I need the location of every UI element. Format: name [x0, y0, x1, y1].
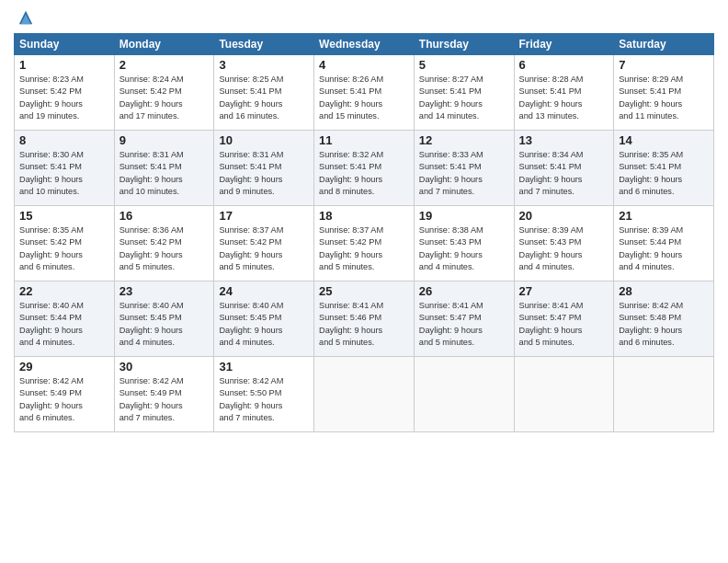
day-info: Sunrise: 8:25 AM Sunset: 5:41 PM Dayligh…: [219, 74, 309, 122]
calendar-cell: 13Sunrise: 8:34 AM Sunset: 5:41 PM Dayli…: [514, 131, 614, 206]
day-number: 25: [319, 284, 409, 298]
calendar-header-saturday: Saturday: [614, 34, 714, 55]
day-number: 28: [619, 284, 709, 298]
calendar-cell: 4Sunrise: 8:26 AM Sunset: 5:41 PM Daylig…: [314, 55, 415, 131]
day-info: Sunrise: 8:35 AM Sunset: 5:42 PM Dayligh…: [19, 224, 109, 273]
day-number: 13: [519, 133, 609, 147]
calendar-header-wednesday: Wednesday: [314, 34, 415, 55]
day-number: 9: [119, 133, 210, 147]
day-info: Sunrise: 8:29 AM Sunset: 5:41 PM Dayligh…: [619, 74, 709, 122]
day-number: 15: [19, 209, 109, 223]
day-info: Sunrise: 8:32 AM Sunset: 5:41 PM Dayligh…: [319, 149, 409, 198]
day-number: 2: [119, 58, 210, 72]
day-number: 29: [19, 360, 109, 373]
day-info: Sunrise: 8:42 AM Sunset: 5:49 PM Dayligh…: [19, 375, 109, 424]
day-info: Sunrise: 8:39 AM Sunset: 5:43 PM Dayligh…: [519, 224, 609, 273]
page: SundayMondayTuesdayWednesdayThursdayFrid…: [0, 0, 728, 563]
day-number: 10: [219, 133, 309, 147]
calendar-week-row: 22Sunrise: 8:40 AM Sunset: 5:44 PM Dayli…: [15, 282, 714, 357]
day-info: Sunrise: 8:42 AM Sunset: 5:50 PM Dayligh…: [219, 375, 309, 424]
day-info: Sunrise: 8:42 AM Sunset: 5:49 PM Dayligh…: [119, 375, 210, 424]
calendar-cell: 21Sunrise: 8:39 AM Sunset: 5:44 PM Dayli…: [614, 206, 714, 282]
day-number: 11: [319, 133, 409, 147]
calendar-header-thursday: Thursday: [414, 34, 514, 55]
day-info: Sunrise: 8:27 AM Sunset: 5:41 PM Dayligh…: [419, 74, 509, 122]
calendar-cell: 5Sunrise: 8:27 AM Sunset: 5:41 PM Daylig…: [414, 55, 514, 131]
day-info: Sunrise: 8:41 AM Sunset: 5:47 PM Dayligh…: [419, 300, 509, 349]
calendar-cell: 14Sunrise: 8:35 AM Sunset: 5:41 PM Dayli…: [614, 131, 714, 206]
calendar-week-row: 8Sunrise: 8:30 AM Sunset: 5:41 PM Daylig…: [15, 131, 714, 206]
calendar-week-row: 29Sunrise: 8:42 AM Sunset: 5:49 PM Dayli…: [15, 357, 714, 432]
day-info: Sunrise: 8:35 AM Sunset: 5:41 PM Dayligh…: [619, 149, 709, 198]
calendar-cell: 6Sunrise: 8:28 AM Sunset: 5:41 PM Daylig…: [514, 55, 614, 131]
calendar-header-friday: Friday: [514, 34, 614, 55]
day-info: Sunrise: 8:41 AM Sunset: 5:47 PM Dayligh…: [519, 300, 609, 349]
day-number: 26: [419, 284, 509, 298]
calendar-cell: 3Sunrise: 8:25 AM Sunset: 5:41 PM Daylig…: [214, 55, 314, 131]
day-info: Sunrise: 8:28 AM Sunset: 5:41 PM Dayligh…: [519, 74, 609, 122]
calendar-cell: 25Sunrise: 8:41 AM Sunset: 5:46 PM Dayli…: [314, 282, 415, 357]
day-number: 18: [319, 209, 409, 223]
calendar-cell: [614, 357, 714, 432]
day-number: 4: [319, 58, 409, 72]
day-info: Sunrise: 8:30 AM Sunset: 5:41 PM Dayligh…: [19, 149, 109, 198]
calendar-cell: 10Sunrise: 8:31 AM Sunset: 5:41 PM Dayli…: [214, 131, 314, 206]
calendar-cell: 19Sunrise: 8:38 AM Sunset: 5:43 PM Dayli…: [414, 206, 514, 282]
day-number: 24: [219, 284, 309, 298]
day-info: Sunrise: 8:40 AM Sunset: 5:44 PM Dayligh…: [19, 300, 109, 349]
calendar-cell: 1Sunrise: 8:23 AM Sunset: 5:42 PM Daylig…: [15, 55, 115, 131]
calendar-cell: 8Sunrise: 8:30 AM Sunset: 5:41 PM Daylig…: [15, 131, 115, 206]
day-number: 19: [419, 209, 509, 223]
day-info: Sunrise: 8:24 AM Sunset: 5:42 PM Dayligh…: [119, 74, 210, 122]
calendar-cell: 18Sunrise: 8:37 AM Sunset: 5:42 PM Dayli…: [314, 206, 415, 282]
calendar-cell: 27Sunrise: 8:41 AM Sunset: 5:47 PM Dayli…: [514, 282, 614, 357]
day-number: 17: [219, 209, 309, 223]
header: [14, 9, 714, 26]
day-info: Sunrise: 8:31 AM Sunset: 5:41 PM Dayligh…: [119, 149, 210, 198]
calendar-cell: 28Sunrise: 8:42 AM Sunset: 5:48 PM Dayli…: [614, 282, 714, 357]
calendar-header-monday: Monday: [114, 34, 214, 55]
day-info: Sunrise: 8:36 AM Sunset: 5:42 PM Dayligh…: [119, 224, 210, 273]
day-info: Sunrise: 8:39 AM Sunset: 5:44 PM Dayligh…: [619, 224, 709, 273]
day-info: Sunrise: 8:42 AM Sunset: 5:48 PM Dayligh…: [619, 300, 709, 349]
day-number: 22: [19, 284, 109, 298]
day-info: Sunrise: 8:37 AM Sunset: 5:42 PM Dayligh…: [319, 224, 409, 273]
calendar-cell: 2Sunrise: 8:24 AM Sunset: 5:42 PM Daylig…: [114, 55, 214, 131]
day-number: 6: [519, 58, 609, 72]
calendar-cell: [414, 357, 514, 432]
day-info: Sunrise: 8:40 AM Sunset: 5:45 PM Dayligh…: [119, 300, 210, 349]
calendar-cell: 20Sunrise: 8:39 AM Sunset: 5:43 PM Dayli…: [514, 206, 614, 282]
calendar-header-row: SundayMondayTuesdayWednesdayThursdayFrid…: [15, 34, 714, 55]
day-number: 12: [419, 133, 509, 147]
calendar-cell: 15Sunrise: 8:35 AM Sunset: 5:42 PM Dayli…: [15, 206, 115, 282]
day-number: 14: [619, 133, 709, 147]
calendar-cell: 12Sunrise: 8:33 AM Sunset: 5:41 PM Dayli…: [414, 131, 514, 206]
calendar-cell: 29Sunrise: 8:42 AM Sunset: 5:49 PM Dayli…: [15, 357, 115, 432]
day-info: Sunrise: 8:37 AM Sunset: 5:42 PM Dayligh…: [219, 224, 309, 273]
calendar-cell: 7Sunrise: 8:29 AM Sunset: 5:41 PM Daylig…: [614, 55, 714, 131]
logo-icon: [17, 9, 34, 26]
day-number: 20: [519, 209, 609, 223]
day-info: Sunrise: 8:31 AM Sunset: 5:41 PM Dayligh…: [219, 149, 309, 198]
calendar-table: SundayMondayTuesdayWednesdayThursdayFrid…: [14, 33, 714, 432]
calendar-header-sunday: Sunday: [15, 34, 115, 55]
day-number: 8: [19, 133, 109, 147]
day-number: 1: [19, 58, 109, 72]
calendar-week-row: 1Sunrise: 8:23 AM Sunset: 5:42 PM Daylig…: [15, 55, 714, 131]
day-number: 3: [219, 58, 309, 72]
day-info: Sunrise: 8:23 AM Sunset: 5:42 PM Dayligh…: [19, 74, 109, 122]
day-number: 27: [519, 284, 609, 298]
day-number: 16: [119, 209, 210, 223]
day-number: 23: [119, 284, 210, 298]
day-info: Sunrise: 8:38 AM Sunset: 5:43 PM Dayligh…: [419, 224, 509, 273]
day-number: 31: [219, 360, 309, 373]
calendar-cell: 16Sunrise: 8:36 AM Sunset: 5:42 PM Dayli…: [114, 206, 214, 282]
day-info: Sunrise: 8:41 AM Sunset: 5:46 PM Dayligh…: [319, 300, 409, 349]
logo: [14, 9, 34, 26]
calendar-week-row: 15Sunrise: 8:35 AM Sunset: 5:42 PM Dayli…: [15, 206, 714, 282]
calendar-header-tuesday: Tuesday: [214, 34, 314, 55]
day-number: 30: [119, 360, 210, 373]
calendar-cell: 9Sunrise: 8:31 AM Sunset: 5:41 PM Daylig…: [114, 131, 214, 206]
day-info: Sunrise: 8:33 AM Sunset: 5:41 PM Dayligh…: [419, 149, 509, 198]
calendar-cell: 26Sunrise: 8:41 AM Sunset: 5:47 PM Dayli…: [414, 282, 514, 357]
